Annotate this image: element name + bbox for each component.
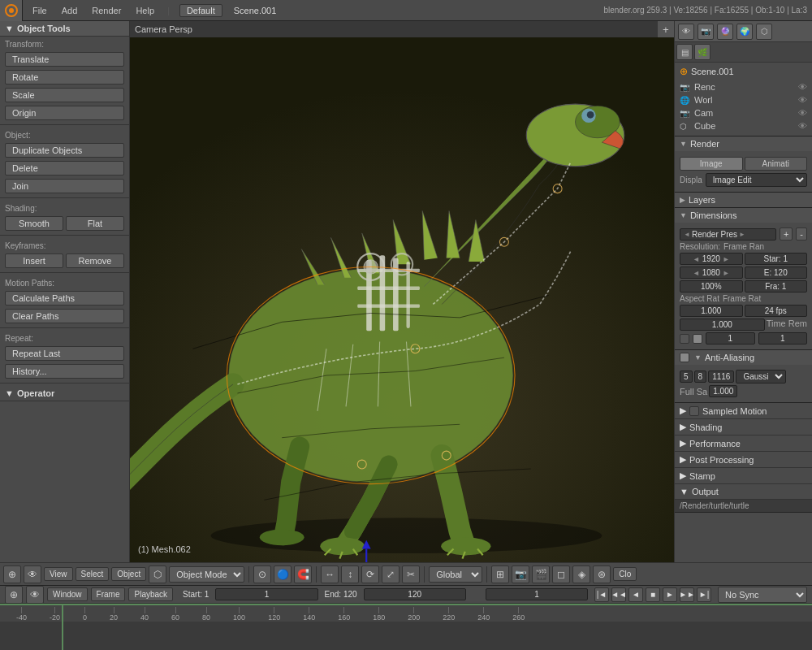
global-select[interactable]: Global Local Normal [429, 566, 482, 583]
tool2-icon[interactable]: ↕ [341, 566, 359, 583]
clear-paths-btn[interactable]: Clear Paths [5, 309, 124, 323]
play-back-btn[interactable]: ◄ [628, 587, 643, 602]
insert-btn[interactable]: Insert [5, 254, 63, 268]
num-box-1[interactable]: 1 [706, 332, 755, 344]
stamp-section[interactable]: ▶ Stamp [675, 468, 812, 484]
end-box[interactable]: E: 120 [745, 266, 808, 279]
sampled-motion-section[interactable]: ▶ Sampled Motion [675, 403, 812, 419]
cam2-icon[interactable]: 📷 [512, 566, 529, 583]
tool1-icon[interactable]: ↔ [321, 566, 339, 583]
object-tools-header[interactable]: ▼ Object Tools [0, 21, 129, 37]
close-btn[interactable]: Clo [613, 567, 637, 581]
preset-box[interactable]: ◄ Render Pres ► [680, 228, 776, 240]
checkbox2[interactable] [693, 334, 702, 344]
rp-object-icon[interactable]: ⬡ [756, 24, 772, 40]
render-header[interactable]: ▼ Render [675, 136, 812, 151]
scale-btn[interactable]: Scale [5, 88, 124, 102]
preset-left-arrow[interactable]: ◄ [684, 231, 690, 238]
remove-btn[interactable]: Remove [66, 254, 124, 268]
width-box[interactable]: ◄ 1920 ► [680, 253, 743, 265]
tool3-icon[interactable]: ⟳ [361, 566, 379, 583]
aa-val3[interactable]: 1116 [708, 370, 734, 383]
btn-icon-2[interactable]: ◈ [572, 566, 590, 583]
jump-start-btn[interactable]: |◄ [594, 587, 609, 602]
num-box-2[interactable]: 1 [758, 332, 808, 344]
menu-file[interactable]: File [26, 4, 54, 17]
sync-select[interactable]: No Sync Frame Dropping [718, 587, 807, 603]
tab-view[interactable]: ▤ [676, 44, 693, 60]
outliner-item-renc[interactable]: 📷 Renc 👁 [675, 80, 812, 93]
btn-icon-3[interactable]: ⊛ [593, 566, 611, 583]
full-sa-val[interactable]: 1.000 [709, 385, 737, 397]
tab-scene[interactable]: 🌿 [694, 44, 710, 60]
magnet-icon[interactable]: 🧲 [294, 566, 312, 583]
display-select[interactable]: Image Edit [706, 173, 807, 187]
eye-icon-worl[interactable]: 👁 [798, 95, 807, 105]
menu-help[interactable]: Help [129, 4, 161, 17]
object-btn[interactable]: Object [111, 567, 146, 581]
view-btn[interactable]: View [44, 567, 73, 581]
rp-render-icon[interactable]: 📷 [698, 24, 714, 40]
render2-icon[interactable]: 🎬 [532, 566, 550, 583]
percent-box[interactable]: 100% [680, 280, 743, 292]
aspect-x-box[interactable]: 1.000 [680, 305, 743, 317]
eye-icon-cam[interactable]: 👁 [798, 108, 807, 118]
dim-remove-btn[interactable]: - [796, 228, 807, 240]
dim-add-btn[interactable]: + [780, 228, 793, 240]
rotate-btn[interactable]: Rotate [5, 70, 124, 84]
aa-val2[interactable]: 8 [694, 370, 707, 383]
dimensions-header[interactable]: ▼ Dimensions [675, 208, 812, 223]
window-btn[interactable]: Window [47, 587, 88, 601]
stop-btn[interactable]: ■ [646, 587, 660, 602]
post-processing-section[interactable]: ▶ Post Processing [675, 452, 812, 468]
frame-box[interactable]: Fra: 1 [745, 280, 808, 292]
current-frame-box[interactable]: 1 [486, 588, 588, 600]
frame-btn[interactable]: Frame [91, 587, 126, 601]
height-box[interactable]: ◄ 1080 ► [680, 266, 743, 279]
tool5-icon[interactable]: ✂ [402, 566, 420, 583]
object-mode-select[interactable]: Object Mode Edit Mode Sculpt Mode [169, 566, 244, 583]
duplicate-btn[interactable]: Duplicate Objects [5, 143, 124, 158]
checkbox1[interactable] [680, 334, 689, 344]
rp-world-icon[interactable]: 🌍 [736, 24, 753, 40]
aspect-y-box[interactable]: 1.000 [680, 318, 765, 331]
translate-btn[interactable]: Translate [5, 52, 124, 67]
calculate-paths-btn[interactable]: Calculate Paths [5, 291, 124, 306]
play-btn[interactable]: ► [663, 587, 677, 602]
start-box[interactable]: Star: 1 [745, 253, 808, 265]
shading-section[interactable]: ▶ Shading [675, 419, 812, 436]
operator-header[interactable]: ▼ Operator [0, 386, 129, 401]
tool4-icon[interactable]: ⤢ [382, 566, 400, 583]
tl-eye[interactable]: 👁 [26, 586, 44, 604]
aa-checkbox[interactable] [680, 353, 689, 362]
end-frame-box[interactable]: 120 [364, 588, 466, 600]
select-btn[interactable]: Select [76, 567, 110, 581]
history-btn[interactable]: History... [5, 364, 124, 379]
playback-btn[interactable]: Playback [128, 587, 173, 601]
performance-section[interactable]: ▶ Performance [675, 436, 812, 452]
snap-icon[interactable]: 🔵 [274, 566, 292, 583]
smooth-btn[interactable]: Smooth [5, 216, 63, 231]
object-mode-icon[interactable]: ⬡ [149, 566, 166, 583]
eye-icon-cube[interactable]: 👁 [798, 121, 807, 131]
menu-add[interactable]: Add [55, 4, 84, 17]
viewport-corner-btn[interactable]: + [658, 21, 674, 37]
jump-end-btn[interactable]: ►| [697, 587, 711, 602]
aa-header[interactable]: ▼ Anti-Aliasing [675, 350, 812, 365]
pivot-icon[interactable]: ⊙ [253, 566, 271, 583]
fps-box[interactable]: 24 fps [745, 305, 808, 317]
default-mode[interactable]: Default [179, 4, 222, 17]
repeat-last-btn[interactable]: Repeat Last [5, 346, 124, 361]
aa-val1[interactable]: 5 [680, 370, 693, 383]
preset-right-arrow[interactable]: ► [739, 231, 745, 238]
eye-icon-renc[interactable]: 👁 [798, 82, 807, 92]
toolbar-icon-eye[interactable]: 👁 [24, 566, 41, 583]
outliner-item-worl[interactable]: 🌐 Worl 👁 [675, 93, 812, 106]
rp-view-icon[interactable]: 👁 [678, 24, 694, 40]
viewport[interactable]: Camera Persp + [130, 21, 674, 562]
flat-btn[interactable]: Flat [66, 216, 124, 231]
rp-scene-icon[interactable]: 🔮 [717, 24, 733, 40]
delete-btn[interactable]: Delete [5, 161, 124, 176]
aa-filter-select[interactable]: Gaussi [736, 370, 786, 384]
next-key-btn[interactable]: ►► [680, 587, 694, 602]
